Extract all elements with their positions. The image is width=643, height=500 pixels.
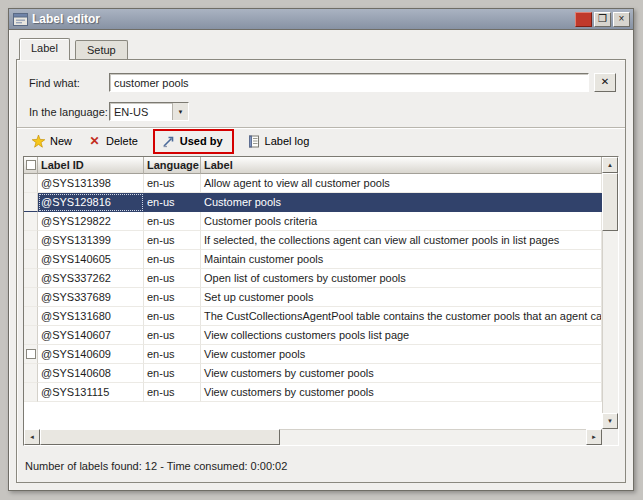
table-row[interactable]: @SYS129822en-usCustomer pools criteria [24,212,602,231]
table-row[interactable]: @SYS129816en-usCustomer pools [24,193,602,212]
delete-x-icon: ✕ [88,135,101,148]
minimize-button[interactable] [575,12,592,27]
red-annotation-rectangle: Used by [153,129,234,154]
find-what-input[interactable]: customer pools [109,73,589,92]
vertical-scrollbar[interactable]: ▲ ▼ [602,157,618,429]
vertical-scroll-thumb[interactable] [602,173,618,231]
horizontal-scroll-thumb[interactable] [40,429,280,445]
table-row[interactable]: @SYS140609en-usView customer pools [24,345,602,364]
find-what-label: Find what: [29,77,80,89]
cell-label: If selected, the collections agent can v… [201,231,602,250]
used-by-arrow-icon [162,135,175,148]
cell-label: Set up customer pools [201,288,602,307]
select-all-cell[interactable] [24,157,38,174]
cell-label-id: @SYS129822 [38,212,144,231]
scroll-left-arrow[interactable]: ◄ [24,429,40,445]
row-marker-cell[interactable] [24,174,38,193]
table-row[interactable]: @SYS140607en-usView collections customer… [24,326,602,345]
row-checkbox[interactable] [26,349,36,359]
cell-label: Customer pools criteria [201,212,602,231]
table-row[interactable]: @SYS140605en-usMaintain customer pools [24,250,602,269]
cell-language: en-us [144,288,201,307]
cell-language: en-us [144,231,201,250]
maximize-button[interactable]: ❐ [594,12,611,27]
row-marker-cell[interactable] [24,212,38,231]
row-marker-cell[interactable] [24,288,38,307]
tab-label[interactable]: Label [19,38,70,60]
select-all-checkbox[interactable] [26,160,36,170]
row-marker-cell[interactable] [24,193,38,212]
app-icon [13,13,28,26]
language-label: In the language: [29,106,108,118]
scroll-up-arrow[interactable]: ▲ [602,157,618,173]
new-button-label: New [50,135,72,147]
new-star-icon [32,135,45,148]
cell-language: en-us [144,345,201,364]
cell-label: Open list of customers by customer pools [201,269,602,288]
cell-label-id: @SYS140608 [38,364,144,383]
row-marker-cell[interactable] [24,326,38,345]
cell-label: Maintain customer pools [201,250,602,269]
row-marker-cell[interactable] [24,364,38,383]
label-tab-panel: Find what: customer pools ✕ In the langu… [16,59,626,483]
cell-label-id: @SYS337262 [38,269,144,288]
table-row[interactable]: @SYS131398en-usAllow agent to view all c… [24,174,602,193]
row-marker-cell[interactable] [24,269,38,288]
language-select[interactable]: EN-US ▼ [109,102,189,121]
cell-label-id: @SYS140605 [38,250,144,269]
cell-label: Allow agent to view all customer pools [201,174,602,193]
table-row[interactable]: @SYS140608en-usView customers by custome… [24,364,602,383]
cell-language: en-us [144,269,201,288]
scroll-down-arrow[interactable]: ▼ [602,413,618,429]
cell-language: en-us [144,364,201,383]
cell-language: en-us [144,212,201,231]
table-row[interactable]: @SYS337262en-usOpen list of customers by… [24,269,602,288]
desktop: { "window": { "title": "Label editor", "… [0,0,643,500]
cell-language: en-us [144,383,201,402]
tab-strip: Label Setup [19,38,130,60]
status-text: Number of labels found: 12 - Time consum… [25,460,617,472]
grid-header: Label ID Language Label [24,157,602,174]
table-row[interactable]: @SYS337689en-usSet up customer pools [24,288,602,307]
cell-label: View collections customers pools list pa… [201,326,602,345]
table-row[interactable]: @SYS131399en-usIf selected, the collecti… [24,231,602,250]
used-by-button[interactable]: Used by [155,131,232,152]
column-header-label[interactable]: Label [201,157,602,174]
titlebar[interactable]: Label editor ❐ × [9,9,633,30]
horizontal-scrollbar[interactable]: ◄ ► [24,429,602,445]
delete-button[interactable]: ✕ Delete [81,131,147,152]
cell-label: View customers by customer pools [201,383,602,402]
label-log-button-label: Label log [265,135,310,147]
label-log-button[interactable]: Label log [240,131,319,152]
close-button[interactable]: × [613,12,630,27]
cell-language: en-us [144,307,201,326]
cell-label-id: @SYS129816 [38,193,144,212]
language-value: EN-US [110,106,172,118]
scrollbar-corner [602,429,618,445]
table-row[interactable]: @SYS131115en-usView customers by custome… [24,383,602,402]
cell-label-id: @SYS140609 [38,345,144,364]
cell-label-id: @SYS131115 [38,383,144,402]
column-header-language[interactable]: Language [144,157,201,174]
cell-label-id: @SYS131399 [38,231,144,250]
row-marker-cell[interactable] [24,250,38,269]
tab-setup[interactable]: Setup [75,40,128,59]
scroll-right-arrow[interactable]: ► [586,429,602,445]
column-header-label-id[interactable]: Label ID [38,157,144,174]
chevron-down-icon[interactable]: ▼ [172,103,188,120]
cell-label-id: @SYS131680 [38,307,144,326]
cell-label: View customers by customer pools [201,364,602,383]
cell-language: en-us [144,250,201,269]
label-log-notebook-icon [247,135,260,148]
cell-label: Customer pools [201,193,602,212]
clear-search-button[interactable]: ✕ [594,73,616,92]
cell-label: The CustCollectionsAgentPool table conta… [201,307,602,326]
table-row[interactable]: @SYS131680en-usThe CustCollectionsAgentP… [24,307,602,326]
delete-button-label: Delete [106,135,138,147]
new-button[interactable]: New [25,131,81,152]
row-marker-cell[interactable] [24,383,38,402]
row-marker-cell[interactable] [24,345,38,364]
row-marker-cell[interactable] [24,231,38,250]
label-editor-window: Label editor ❐ × Label Setup Find what: … [8,8,634,491]
row-marker-cell[interactable] [24,307,38,326]
